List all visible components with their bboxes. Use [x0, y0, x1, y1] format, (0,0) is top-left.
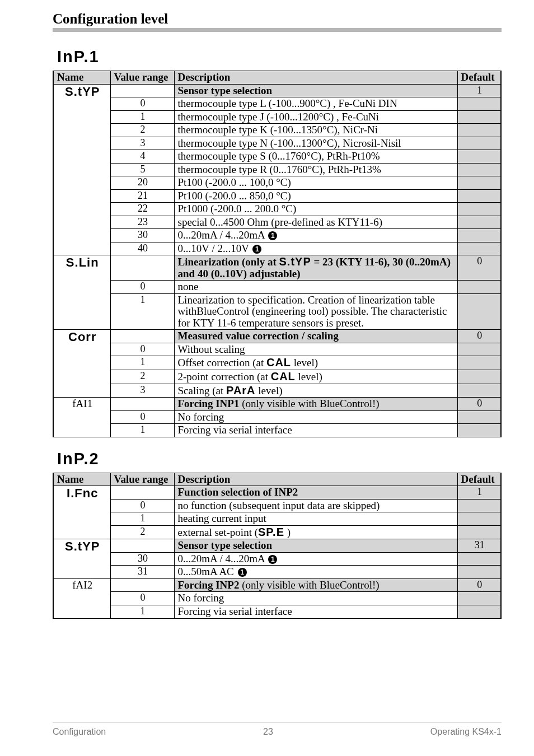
cell: Pt100 (-200.0 ... 850,0 °C)	[174, 189, 457, 203]
cell: 0...20mA / 4...20mA 1	[174, 552, 457, 566]
cell	[457, 293, 501, 330]
cell: 21	[110, 189, 174, 203]
cell	[457, 189, 501, 203]
cell	[457, 525, 501, 539]
cell	[457, 552, 501, 566]
heading-corr: Measured value correction / scaling	[174, 330, 457, 343]
cell: 3	[110, 384, 174, 398]
cell	[457, 229, 501, 242]
cell	[110, 539, 174, 553]
cell	[457, 605, 501, 618]
cell: 3	[110, 137, 174, 150]
page-footer: Configuration 23 Operating KS4x-1	[0, 722, 534, 737]
cell: 0...50mA AC 1	[174, 566, 457, 579]
name-fai1: fAI1	[53, 398, 110, 437]
cell: 1	[110, 110, 174, 124]
cell	[457, 242, 501, 255]
cell: Forcing via serial interface	[174, 424, 457, 437]
th-default: Default	[457, 71, 501, 85]
cell: thermocouple type L (-100...900°C) , Fe-…	[174, 97, 457, 111]
cell: no function (subsequent input data are s…	[174, 499, 457, 512]
cell: none	[174, 281, 457, 294]
seg-ifnc: I.Fnc	[67, 486, 98, 500]
txt: Offset correction (at	[178, 357, 266, 368]
th-desc: Description	[174, 473, 457, 486]
cell: 30	[110, 229, 174, 242]
seg-styp: S.tYP	[65, 85, 100, 99]
txt: 0...10V / 2...10V	[178, 242, 252, 254]
cell: heating current input	[174, 512, 457, 526]
cell: Pt100 (-200.0 ... 100,0 °C)	[174, 176, 457, 190]
cell: 40	[110, 242, 174, 255]
cell	[457, 370, 501, 384]
circle1-icon: 1	[268, 231, 277, 240]
cell: 1	[110, 293, 174, 330]
cell: 0	[110, 592, 174, 605]
cell	[110, 486, 174, 500]
cell	[457, 203, 501, 216]
cell	[457, 424, 501, 437]
seg: SP.E	[258, 526, 284, 538]
cell: 31	[110, 566, 174, 579]
section-heading-inp2: InP.2	[57, 450, 502, 468]
seg-styp2: S.tYP	[65, 539, 100, 553]
circle1-icon: 1	[268, 555, 277, 564]
header-rule	[53, 28, 502, 32]
cell: Linearization to specification. Creation…	[174, 293, 457, 330]
cell: Scaling (at PArA level)	[174, 384, 457, 398]
page-header: Configuration level	[53, 11, 502, 27]
cell: Offset correction (at CAL level)	[174, 356, 457, 370]
heading-ifnc: Function selection of INP2	[174, 486, 457, 500]
cell	[457, 281, 501, 294]
cell	[457, 97, 501, 111]
cell	[457, 410, 501, 424]
th-name: Name	[53, 473, 110, 486]
seg-corr: Corr	[68, 330, 96, 344]
cell: 1	[110, 356, 174, 370]
cell: 0...20mA / 4...20mA 1	[174, 229, 457, 242]
footer-page-number: 23	[263, 727, 273, 737]
cell: thermocouple type K (-100...1350°C), NiC…	[174, 124, 457, 137]
cell: 0	[110, 281, 174, 294]
cell: thermocouple type R (0...1760°C), PtRh-P…	[174, 163, 457, 176]
cell	[457, 110, 501, 124]
cell: No forcing	[174, 410, 457, 424]
txt: Linearization (only at	[178, 256, 279, 268]
txt: Forcing INP1	[178, 398, 240, 409]
cell	[457, 137, 501, 150]
cell	[110, 84, 174, 97]
cell: 1	[110, 605, 174, 618]
cell: Forcing via serial interface	[174, 605, 457, 618]
cell: external set-point (SP.E )	[174, 525, 457, 539]
default-styp2: 31	[457, 539, 501, 553]
cell: thermocouple type N (-100...1300°C), Nic…	[174, 137, 457, 150]
default-fai2: 0	[457, 578, 501, 592]
txt: 0...20mA / 4...20mA	[178, 553, 268, 564]
cell: 20	[110, 176, 174, 190]
cell: 1	[110, 424, 174, 437]
txt: )	[284, 526, 291, 538]
default-ifnc: 1	[457, 486, 501, 500]
cell: thermocouple type J (-100...1200°C) , Fe…	[174, 110, 457, 124]
seg: CAL	[271, 370, 296, 382]
name-slin: S.Lin	[53, 255, 110, 330]
footer-right: Operating KS4x-1	[430, 727, 502, 737]
cell: 2-point correction (at CAL level)	[174, 370, 457, 384]
circle1-icon: 1	[252, 245, 261, 254]
table-inp2: Name Value range Description Default I.F…	[53, 473, 502, 619]
cell	[110, 330, 174, 343]
txt: 0...50mA AC	[178, 566, 237, 577]
cell: 5	[110, 163, 174, 176]
footer-rule	[53, 722, 502, 722]
cell: 2	[110, 525, 174, 539]
table-inp1: Name Value range Description Default S.t…	[53, 71, 502, 437]
cell: Pt1000 (-200.0 ... 200.0 °C)	[174, 203, 457, 216]
cell: 23	[110, 216, 174, 229]
txt: level)	[291, 357, 318, 368]
cell	[110, 255, 174, 281]
name-corr: Corr	[53, 330, 110, 398]
cell	[457, 384, 501, 398]
seg: PArA	[226, 384, 256, 396]
cell: special 0...4500 Ohm (pre-defined as KTY…	[174, 216, 457, 229]
name-ifnc: I.Fnc	[53, 486, 110, 539]
